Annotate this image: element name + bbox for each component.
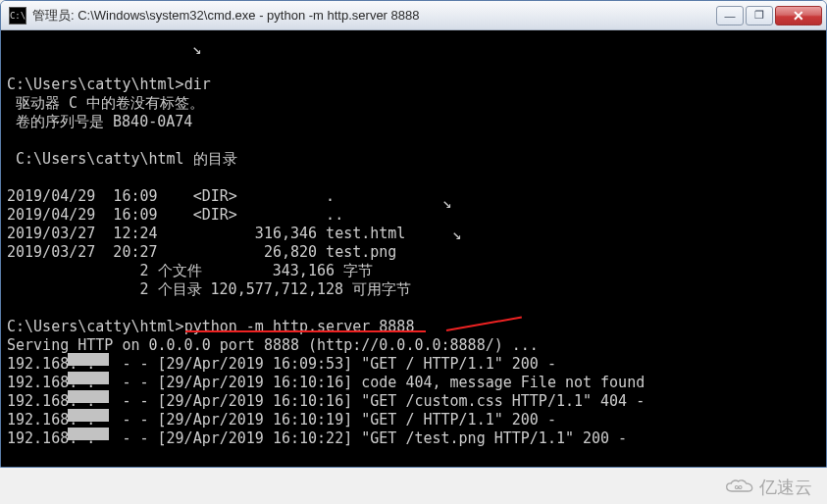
annotation-arrow-icon: ↘: [442, 193, 452, 212]
dir-of-line: C:\Users\catty\html 的目录: [7, 150, 237, 168]
watermark: 亿速云: [724, 476, 812, 499]
close-button[interactable]: ✕: [775, 6, 822, 25]
http-log-line: 192.168. . - - [29/Apr/2019 16:10:19] "G…: [7, 411, 556, 428]
dir-entry: 2019/03/27 20:27 26,820 test.png: [7, 243, 396, 261]
annotation-line: [446, 316, 522, 331]
dir-entry: 2019/04/29 16:09 <DIR> .: [7, 187, 335, 205]
prompt-line-1: C:\Users\catty\html>dir: [7, 76, 211, 93]
maximize-button[interactable]: ❐: [746, 6, 773, 25]
dir-drive-line: 驱动器 C 中的卷没有标签。: [7, 94, 204, 112]
watermark-text: 亿速云: [759, 476, 812, 499]
cmd-window: C:\ 管理员: C:\Windows\system32\cmd.exe - p…: [0, 0, 827, 468]
blank-line: [7, 299, 16, 317]
server-serving-line: Serving HTTP on 0.0.0.0 port 8888 (http:…: [7, 336, 539, 354]
prompt-line-2: C:\Users\catty\html>python -m http.serve…: [7, 318, 414, 335]
annotation-arrow-icon: ↘: [452, 225, 462, 243]
dir-serial-line: 卷的序列号是 B840-0A74: [7, 113, 192, 130]
blank-line: [7, 131, 16, 149]
http-log-line: 192.168. . - - [29/Apr/2019 16:10:16] co…: [7, 374, 645, 391]
window-title: 管理员: C:\Windows\system32\cmd.exe - pytho…: [32, 7, 716, 25]
http-log-line: 192.168. . - - [29/Apr/2019 16:10:16] "G…: [7, 392, 645, 410]
cmd-icon: C:\: [9, 7, 26, 25]
minimize-button[interactable]: —: [716, 6, 744, 25]
dir-entry: 2 个文件 343,166 字节: [7, 262, 373, 279]
titlebar[interactable]: C:\ 管理员: C:\Windows\system32\cmd.exe - p…: [1, 1, 826, 30]
dir-entry: 2019/03/27 12:24 316,346 test.html: [7, 225, 405, 242]
cloud-infinity-icon: [724, 478, 755, 497]
dir-entry: 2019/04/29 16:09 <DIR> ..: [7, 206, 343, 224]
window-controls: — ❐ ✕: [716, 6, 822, 25]
blank-line: [7, 169, 16, 186]
dir-entry: 2 个目录 120,577,712,128 可用字节: [7, 280, 411, 298]
annotation-arrow-icon: ↘: [192, 39, 202, 58]
http-log-line: 192.168. . - - [29/Apr/2019 16:09:53] "G…: [7, 355, 556, 373]
terminal-output[interactable]: C:\Users\catty\html>dir 驱动器 C 中的卷没有标签。 卷…: [1, 30, 826, 467]
blank-line: [7, 57, 16, 75]
http-log-line: 192.168. . - - [29/Apr/2019 16:10:22] "G…: [7, 429, 627, 447]
